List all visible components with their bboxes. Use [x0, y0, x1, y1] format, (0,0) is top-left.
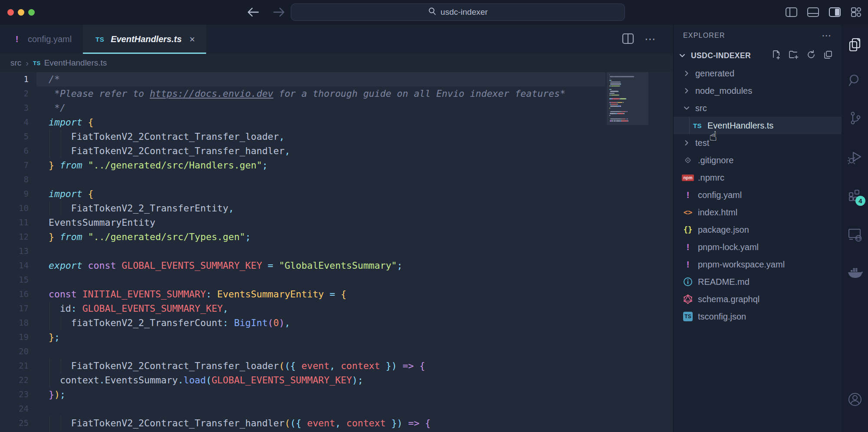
file-eventhandlers-ts[interactable]: TSEventHandlers.ts — [674, 117, 842, 134]
line-number[interactable]: 1 — [0, 72, 29, 86]
close-tab-icon[interactable]: × — [190, 34, 195, 45]
split-editor-icon[interactable] — [622, 33, 634, 46]
line-number[interactable]: 13 — [0, 244, 29, 258]
breadcrumb[interactable]: src›TSEventHandlers.ts — [0, 54, 673, 72]
line-number[interactable]: 3 — [0, 101, 29, 115]
explorer-more-actions-icon[interactable]: ⋯ — [822, 30, 832, 41]
minimap[interactable] — [607, 72, 648, 125]
code-line-7[interactable]: 7} from "../generated/src/Handlers.gen"; — [0, 158, 673, 172]
line-number[interactable]: 4 — [0, 115, 29, 129]
account-icon[interactable] — [842, 387, 868, 412]
line-number[interactable]: 15 — [0, 273, 29, 287]
line-number[interactable]: 2 — [0, 86, 29, 101]
toggle-panel-icon[interactable] — [807, 7, 819, 18]
file-index-html[interactable]: <>index.html — [674, 204, 842, 221]
line-number[interactable]: 17 — [0, 301, 29, 316]
new-file-icon[interactable] — [772, 50, 781, 61]
navigate-forward-icon[interactable] — [272, 5, 286, 20]
file-config-yaml[interactable]: !config.yaml — [674, 186, 842, 204]
customize-layout-icon[interactable] — [850, 6, 862, 18]
code-line-20[interactable]: 20 — [0, 344, 673, 359]
code-line-18[interactable]: 18 fiatTokenV2_2_TransferCount: BigInt(0… — [0, 316, 673, 330]
code-editor[interactable]: 1/*2 *Please refer to https://docs.envio… — [0, 72, 673, 432]
file--gitignore[interactable]: .gitignore — [674, 152, 842, 169]
tab-config-yaml[interactable]: !config.yaml — [0, 25, 83, 54]
code-line-13[interactable]: 13 — [0, 244, 673, 258]
code-line-24[interactable]: 24 — [0, 402, 673, 416]
code-line-9[interactable]: 9import { — [0, 187, 673, 201]
code-line-14[interactable]: 14export const GLOBAL_EVENTS_SUMMARY_KEY… — [0, 258, 673, 273]
file-tsconfig-json[interactable]: TStsconfig.json — [674, 308, 842, 325]
file-pnpm-lock-yaml[interactable]: !pnpm-lock.yaml — [674, 238, 842, 256]
docker-icon[interactable] — [842, 261, 868, 285]
code-line-4[interactable]: 4import { — [0, 115, 673, 129]
code-line-8[interactable]: 8 — [0, 172, 673, 187]
file-pnpm-workspace-yaml[interactable]: !pnpm-workspace.yaml — [674, 256, 842, 273]
line-number[interactable]: 23 — [0, 387, 29, 402]
line-number[interactable]: 20 — [0, 344, 29, 359]
line-number[interactable]: 21 — [0, 359, 29, 373]
run-debug-icon[interactable] — [842, 145, 868, 169]
file-package-json[interactable]: {}package.json — [674, 221, 842, 238]
line-number[interactable]: 5 — [0, 129, 29, 144]
line-number[interactable]: 18 — [0, 316, 29, 330]
code-line-23[interactable]: 23}); — [0, 387, 673, 402]
line-number[interactable]: 7 — [0, 158, 29, 172]
line-number[interactable]: 26 — [0, 430, 29, 432]
line-number[interactable]: 11 — [0, 215, 29, 230]
search-icon[interactable] — [842, 68, 868, 92]
collapse-folders-icon[interactable] — [823, 50, 833, 61]
line-number[interactable]: 8 — [0, 172, 29, 187]
line-number[interactable]: 19 — [0, 330, 29, 344]
code-line-19[interactable]: 19}; — [0, 330, 673, 344]
remote-explorer-icon[interactable] — [842, 223, 868, 247]
code-line-12[interactable]: 12} from "../generated/src/Types.gen"; — [0, 230, 673, 244]
code-line-26[interactable]: 26 const summary = context.EventsSummary… — [0, 430, 673, 432]
code-line-21[interactable]: 21 FiatTokenV2_2Contract_Transfer_loader… — [0, 359, 673, 373]
zoom-window-button[interactable] — [28, 9, 35, 16]
file-readme-md[interactable]: README.md — [674, 273, 842, 290]
folder-test[interactable]: test — [674, 134, 842, 152]
toggle-secondary-sidebar-icon[interactable] — [829, 7, 841, 18]
line-number[interactable]: 16 — [0, 287, 29, 301]
toggle-primary-sidebar-icon[interactable] — [785, 7, 798, 18]
breadcrumb-item[interactable]: TSEventHandlers.ts — [33, 58, 107, 68]
source-control-icon[interactable] — [842, 106, 868, 130]
code-line-3[interactable]: 3 */ — [0, 101, 673, 115]
code-line-1[interactable]: 1/* — [0, 72, 673, 86]
line-number[interactable]: 12 — [0, 230, 29, 244]
line-number[interactable]: 24 — [0, 402, 29, 416]
line-number[interactable]: 9 — [0, 187, 29, 201]
file-schema-graphql[interactable]: schema.graphql — [674, 290, 842, 308]
refresh-explorer-icon[interactable] — [806, 50, 816, 61]
explorer-icon[interactable] — [842, 33, 868, 57]
code-line-6[interactable]: 6 FiatTokenV2_2Contract_Transfer_handler… — [0, 144, 673, 158]
code-line-2[interactable]: 2 *Please refer to https://docs.envio.de… — [0, 86, 673, 101]
code-line-10[interactable]: 10 FiatTokenV2_2_TransferEntity, — [0, 201, 673, 215]
folder-generated[interactable]: generated — [674, 65, 842, 82]
folder-node_modules[interactable]: node_modules — [674, 82, 842, 99]
line-number[interactable]: 10 — [0, 201, 29, 215]
editor-more-actions-icon[interactable]: ⋯ — [644, 33, 656, 46]
close-window-button[interactable] — [7, 9, 14, 16]
line-number[interactable]: 25 — [0, 416, 29, 430]
file--npmrc[interactable]: npm.npmrc — [674, 169, 842, 186]
workspace-section-header[interactable]: USDC-INDEXER — [674, 46, 842, 65]
extensions-icon[interactable]: 4 — [842, 182, 868, 207]
breadcrumb-item[interactable]: src — [10, 58, 21, 68]
tab-eventhandlers-ts[interactable]: TSEventHandlers.ts× — [83, 25, 206, 54]
code-line-16[interactable]: 16const INITIAL_EVENTS_SUMMARY: EventsSu… — [0, 287, 673, 301]
command-center-search[interactable]: usdc-indexer — [291, 3, 625, 21]
line-number[interactable]: 14 — [0, 258, 29, 273]
code-line-5[interactable]: 5 FiatTokenV2_2Contract_Transfer_loader, — [0, 129, 673, 144]
line-number[interactable]: 6 — [0, 144, 29, 158]
code-line-11[interactable]: 11EventsSummaryEntity — [0, 215, 673, 230]
code-line-25[interactable]: 25 FiatTokenV2_2Contract_Transfer_handle… — [0, 416, 673, 430]
folder-src[interactable]: src — [674, 99, 842, 117]
minimize-window-button[interactable] — [18, 9, 24, 16]
line-number[interactable]: 22 — [0, 373, 29, 387]
new-folder-icon[interactable] — [789, 50, 799, 61]
code-line-22[interactable]: 22 context.EventsSummary.load(GLOBAL_EVE… — [0, 373, 673, 387]
navigate-back-icon[interactable] — [246, 5, 260, 20]
code-line-15[interactable]: 15 — [0, 273, 673, 287]
